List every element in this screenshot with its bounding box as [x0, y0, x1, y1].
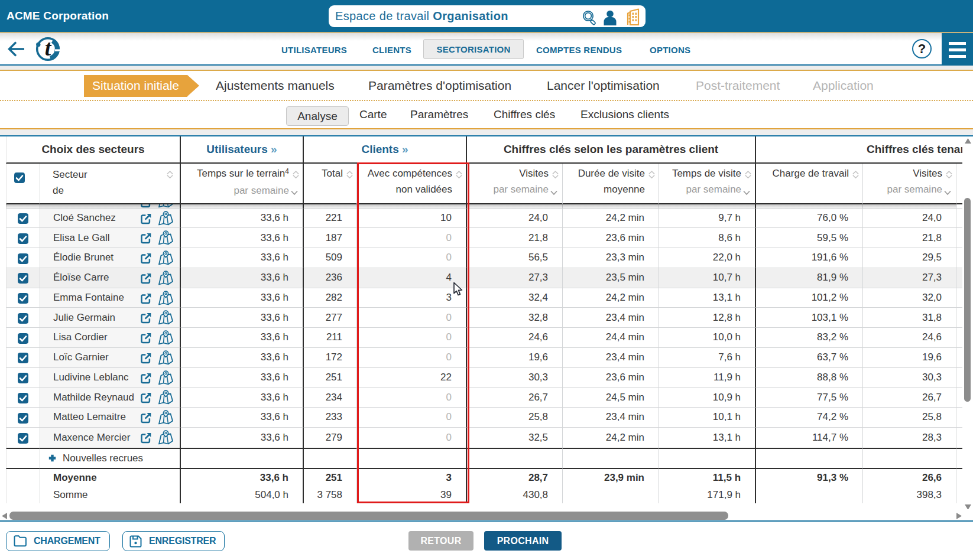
svg-text:t: t	[45, 36, 52, 60]
